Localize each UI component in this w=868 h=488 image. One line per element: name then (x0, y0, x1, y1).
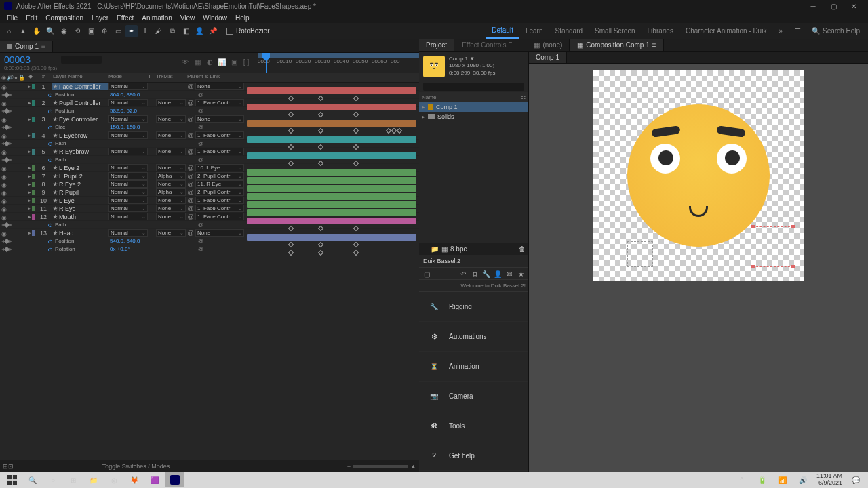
frame-blend-icon[interactable]: ▦ (193, 57, 202, 66)
toggle-option-icon[interactable]: ⊡ (8, 463, 14, 470)
menu-view[interactable]: View (176, 14, 199, 22)
parent-dropdown[interactable]: 1. Face Contr⌄ (195, 197, 244, 204)
app-icon[interactable]: 🟪 (145, 472, 164, 487)
parent-dropdown[interactable]: 1. Face Contr⌄ (195, 131, 244, 139)
layer-name[interactable]: L Pupil 2 (52, 173, 108, 180)
eraser-tool-icon[interactable]: ◧ (180, 25, 192, 37)
workspace-small-screen[interactable]: Small Screen (589, 23, 640, 39)
effect-controls-tab[interactable]: Effect Controls F (455, 39, 519, 51)
project-menu-icon[interactable]: ⚏ (521, 94, 526, 100)
notifications-icon[interactable]: 💬 (846, 472, 865, 487)
property-value[interactable]: 150.0, 150.0 (110, 124, 198, 130)
blend-mode-dropdown[interactable]: Normal⌄ (108, 99, 148, 106)
add-keyframe-icon[interactable] (4, 140, 9, 146)
duik-category[interactable]: 🔧Rigging (419, 292, 528, 322)
blend-mode-dropdown[interactable]: Normal⌄ (108, 188, 148, 196)
app-icon[interactable]: ◎ (104, 472, 123, 487)
blend-mode-dropdown[interactable]: Normal⌄ (108, 172, 148, 180)
stopwatch-icon[interactable]: ⏱ (47, 247, 53, 252)
stopwatch-icon[interactable]: ⏱ (47, 108, 53, 114)
toggle-switches-button[interactable]: Toggle Switches / Modes (102, 463, 170, 470)
expression-pickwhip-icon[interactable]: @ (198, 238, 203, 244)
new-folder-icon[interactable]: 📁 (431, 245, 439, 253)
track-matte-dropdown[interactable]: None⌄ (156, 213, 186, 220)
blend-mode-dropdown[interactable]: Normal⌄ (108, 197, 148, 204)
layer-duration-bar[interactable] (247, 104, 416, 110)
parent-dropdown[interactable]: 11. R Eye⌄ (195, 180, 244, 188)
layer-duration-bar[interactable] (247, 193, 416, 200)
pickwhip-icon[interactable]: @ (187, 197, 194, 204)
twirl-icon[interactable]: ▸ (28, 214, 31, 220)
stopwatch-icon[interactable]: ⏱ (47, 125, 53, 130)
blend-mode-dropdown[interactable]: Normal⌄ (108, 180, 148, 188)
layer-duration-bar[interactable] (247, 218, 416, 224)
pickwhip-icon[interactable]: @ (187, 83, 194, 90)
layer-name[interactable]: R Pupil (52, 189, 108, 196)
zoom-out-icon[interactable]: − (347, 463, 351, 470)
visibility-toggle-icon[interactable]: ◉ (1, 133, 7, 138)
pickwhip-icon[interactable]: @ (187, 165, 194, 171)
visibility-toggle-icon[interactable]: ◉ (1, 230, 7, 236)
track-matte-dropdown[interactable]: None⌄ (156, 115, 186, 123)
menu-layer[interactable]: Layer (87, 14, 113, 22)
twirl-icon[interactable]: ▸ (28, 149, 31, 155)
pickwhip-icon[interactable]: @ (187, 205, 194, 212)
wifi-icon[interactable]: 📶 (773, 472, 792, 487)
layer-duration-bar[interactable] (247, 177, 416, 184)
start-button[interactable] (3, 472, 22, 487)
layer-duration-bar[interactable] (247, 120, 416, 127)
parent-dropdown[interactable]: 2. Pupil Contr⌄ (195, 188, 244, 196)
parent-dropdown[interactable]: None⌄ (195, 115, 244, 123)
stopwatch-icon[interactable]: ⏱ (47, 222, 53, 228)
pickwhip-icon[interactable]: @ (187, 214, 194, 220)
rectangle-tool-icon[interactable]: ▭ (112, 25, 124, 37)
twirl-icon[interactable]: ▸ (28, 84, 31, 89)
duik-tool-icon[interactable]: ↶ (458, 269, 468, 279)
orbit-tool-icon[interactable]: ◉ (58, 25, 70, 37)
system-clock[interactable]: 11:01 AM6/9/2021 (814, 473, 845, 487)
stopwatch-icon[interactable]: ⏱ (47, 92, 53, 98)
property-value[interactable]: 582.0, 52.0 (110, 108, 198, 114)
add-keyframe-icon[interactable] (4, 157, 9, 162)
menu-window[interactable]: Window (199, 14, 231, 22)
track-matte-dropdown[interactable]: None⌄ (156, 197, 186, 204)
track-matte-dropdown[interactable]: Alpha⌄ (156, 172, 186, 180)
menu-file[interactable]: File (3, 14, 22, 22)
pen-tool-icon[interactable]: ✒ (125, 25, 138, 37)
add-keyframe-icon[interactable] (4, 238, 9, 243)
layer-duration-bar[interactable] (247, 209, 416, 216)
tool-option-rotobezier[interactable]: RotoBezier (226, 27, 269, 35)
layer-name[interactable]: R Eye 2 (52, 181, 108, 188)
toggle-option-icon[interactable]: ⊞ (3, 463, 8, 470)
visibility-toggle-icon[interactable]: ◉ (1, 206, 7, 211)
layer-name[interactable]: L Eyebrow (52, 132, 108, 139)
visibility-toggle-icon[interactable]: ◉ (1, 182, 7, 187)
pickwhip-icon[interactable]: @ (187, 116, 194, 123)
expression-pickwhip-icon[interactable]: @ (198, 246, 203, 252)
workspace-default[interactable]: Default (486, 23, 519, 39)
maximize-button[interactable]: ▢ (823, 0, 844, 12)
new-comp-icon[interactable]: ▦ (441, 245, 448, 253)
selection-tool-icon[interactable]: ▲ (17, 25, 29, 37)
parent-dropdown[interactable]: 1. Face Contr⌄ (195, 99, 244, 106)
checkbox-icon[interactable] (226, 28, 233, 35)
parent-dropdown[interactable]: 1. Face Contr⌄ (195, 148, 244, 155)
clone-tool-icon[interactable]: ⧉ (166, 25, 178, 37)
visibility-toggle-icon[interactable]: ◉ (1, 198, 7, 203)
battery-icon[interactable]: 🔋 (753, 472, 772, 487)
visibility-toggle-icon[interactable]: ◉ (1, 100, 7, 106)
blend-mode-dropdown[interactable]: Normal⌄ (108, 83, 148, 90)
firefox-icon[interactable]: 🦊 (125, 472, 144, 487)
parent-dropdown[interactable]: 1. Face Contr⌄ (195, 213, 244, 220)
selection-box[interactable] (627, 241, 653, 267)
twirl-icon[interactable]: ▸ (28, 230, 31, 236)
blend-mode-dropdown[interactable]: Normal⌄ (108, 213, 148, 220)
duik-tool-icon[interactable]: 👤 (493, 269, 502, 279)
pickwhip-icon[interactable]: @ (187, 100, 194, 106)
track-matte-dropdown[interactable]: None⌄ (156, 205, 186, 212)
pickwhip-icon[interactable]: @ (187, 173, 194, 180)
menu-edit[interactable]: Edit (22, 14, 41, 22)
track-matte-dropdown[interactable]: None⌄ (156, 180, 186, 188)
twirl-icon[interactable]: ▸ (28, 165, 31, 171)
delete-icon[interactable]: 🗑 (519, 245, 526, 253)
